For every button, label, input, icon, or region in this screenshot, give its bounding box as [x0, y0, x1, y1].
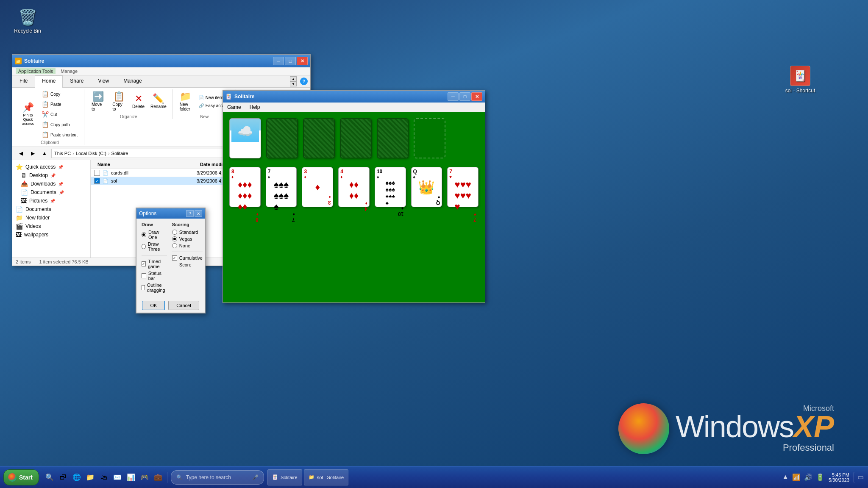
start-button[interactable]: Start: [3, 469, 39, 485]
maximize-button[interactable]: □: [285, 57, 296, 65]
sidebar-item-downloads[interactable]: 📥 Downloads 📌: [12, 180, 90, 188]
face-down-card-2[interactable]: [303, 118, 335, 158]
standard-radio[interactable]: [172, 230, 177, 235]
taskbar-network-icon[interactable]: 📶: [792, 473, 801, 481]
quick-icon-mail[interactable]: ✉️: [112, 472, 123, 483]
quick-icon-edge[interactable]: 🌐: [71, 472, 82, 483]
copy-button[interactable]: 📋 Copy: [39, 89, 81, 99]
draw-one-radio[interactable]: [142, 232, 146, 237]
move-to-button[interactable]: ➡️ Move to: [89, 91, 108, 113]
outline-dragging-option[interactable]: Outline dragging: [142, 283, 167, 293]
cumulative-option[interactable]: ✓ Cumulative: [172, 255, 203, 261]
paste-shortcut-button[interactable]: 📋 Paste shortcut: [39, 130, 81, 139]
taskbar-battery-icon[interactable]: 🔋: [816, 473, 824, 481]
solitaire-menu-help[interactable]: Help: [248, 103, 262, 111]
cancel-button[interactable]: Cancel: [168, 301, 199, 310]
timed-game-option[interactable]: ✓ Timed game: [142, 259, 167, 269]
crumb-c[interactable]: Local Disk (C:): [76, 151, 106, 156]
recycle-bin-icon[interactable]: 🗑️ Recycle Bin: [13, 8, 42, 34]
paste-button[interactable]: 📋 Paste: [39, 100, 81, 109]
rename-button[interactable]: ✏️ Rename: [148, 93, 168, 110]
draw-three-option[interactable]: Draw Three: [142, 241, 167, 252]
close-button[interactable]: ✕: [297, 57, 308, 65]
up-button[interactable]: ▲: [39, 149, 50, 158]
new-folder-button[interactable]: 📁 New folder: [177, 91, 194, 113]
address-field[interactable]: This PC › Local Disk (C:) › Solitaire: [51, 149, 249, 158]
solitaire-close-button[interactable]: ✕: [471, 92, 482, 101]
sol-shortcut-icon[interactable]: 🃏 sol - Shortcut: [783, 66, 817, 94]
quick-icon-search[interactable]: 🔍: [44, 472, 55, 483]
status-bar-option[interactable]: Status bar: [142, 271, 167, 281]
status-bar-checkbox[interactable]: [142, 273, 146, 278]
empty-slot-1[interactable]: [414, 118, 445, 158]
solitaire-maximize-button[interactable]: □: [459, 92, 470, 101]
ribbon-scroll-up[interactable]: ▲: [290, 76, 297, 81]
card-8-diamonds[interactable]: 8♦ ♦♦♦♦♦♦♦♦ 8♦: [229, 167, 261, 207]
card-q-spades[interactable]: Q♠ 👑 Q♠: [411, 167, 442, 207]
cut-button[interactable]: ✂️ Cut: [39, 110, 81, 119]
draw-pile[interactable]: ☁️: [229, 118, 261, 158]
file-checkbox-cards[interactable]: [94, 170, 100, 176]
quick-icon-extra3[interactable]: 💼: [153, 472, 164, 483]
none-option[interactable]: None: [172, 243, 203, 248]
quick-icon-extra1[interactable]: 📊: [125, 472, 136, 483]
show-desktop-button[interactable]: ▭: [854, 472, 865, 483]
options-help-button[interactable]: ?: [186, 210, 194, 217]
ok-button[interactable]: OK: [142, 301, 165, 310]
card-10-spades[interactable]: 10♠ ♠♠♠♠♠♠♠♠♠♠ 10♠: [375, 167, 406, 207]
copy-to-button[interactable]: 📋 Copy to: [109, 91, 128, 113]
sidebar-item-pictures[interactable]: 🖼 Pictures 📌: [12, 197, 90, 205]
taskbar-sound-icon[interactable]: 🔊: [804, 473, 812, 481]
quick-icon-extra2[interactable]: 🎮: [139, 472, 150, 483]
copy-path-button[interactable]: 📋 Copy path: [39, 120, 81, 129]
card-4-diamonds[interactable]: 4♦ ♦♦♦♦ 4♦: [338, 167, 370, 207]
taskbar-search[interactable]: 🔍 Type here to search 🎤: [171, 470, 264, 485]
standard-option[interactable]: Standard: [172, 230, 203, 235]
face-down-card-1[interactable]: [266, 118, 298, 158]
taskbar-task-sol[interactable]: 📁 sol - Solitaire: [304, 469, 349, 485]
sidebar-item-desktop[interactable]: 🖥 Desktop 📌: [12, 171, 90, 180]
solitaire-menu-game[interactable]: Game: [225, 103, 243, 111]
face-down-card-4[interactable]: [377, 118, 409, 158]
vegas-radio[interactable]: [172, 236, 177, 241]
sidebar-item-videos[interactable]: 🎬 Videos: [12, 222, 90, 230]
draw-three-radio[interactable]: [142, 244, 146, 249]
options-close-button[interactable]: ✕: [195, 210, 202, 217]
ribbon-scroll-down[interactable]: ▼: [290, 81, 297, 86]
mic-icon[interactable]: 🎤: [252, 474, 259, 480]
minimize-button[interactable]: ─: [273, 57, 284, 65]
quick-icon-task-view[interactable]: 🗗: [58, 472, 69, 483]
back-button[interactable]: ◀: [16, 149, 26, 158]
help-icon[interactable]: ?: [300, 78, 308, 85]
forward-button[interactable]: ▶: [28, 149, 38, 158]
delete-button[interactable]: ✕ Delete: [130, 93, 147, 110]
sidebar-item-wallpapers[interactable]: 🖼 wallpapers: [12, 230, 90, 239]
face-down-card-3[interactable]: [340, 118, 372, 158]
tab-home[interactable]: Home: [35, 75, 63, 88]
vegas-option[interactable]: Vegas: [172, 236, 203, 241]
crumb-solitaire[interactable]: Solitaire: [111, 151, 128, 156]
timed-game-checkbox[interactable]: ✓: [142, 261, 146, 266]
sidebar-item-quick-access[interactable]: ⭐ Quick access 📌: [12, 163, 90, 171]
card-7-hearts[interactable]: 7♥ ♥♥♥♥♥♥♥ 7♥: [447, 167, 479, 207]
pin-to-quick-button[interactable]: 📌 Pin to Quickaccess: [19, 102, 37, 127]
none-radio[interactable]: [172, 243, 177, 248]
taskbar-task-solitaire[interactable]: 🃏 Solitaire: [267, 469, 302, 485]
sidebar-item-documents2[interactable]: 📄 Documents: [12, 205, 90, 214]
tab-manage[interactable]: Manage: [116, 75, 149, 87]
sidebar-item-documents[interactable]: 📄 Documents 📌: [12, 188, 90, 197]
quick-icon-explorer[interactable]: 📁: [85, 472, 96, 483]
draw-one-option[interactable]: Draw One: [142, 230, 167, 240]
cumulative-checkbox[interactable]: ✓: [172, 255, 177, 261]
card-7-spades[interactable]: 7♠ ♠♠♠♠♠♠♠ 7♠: [266, 167, 297, 207]
card-3-diamonds[interactable]: 3♦ ♦ 3♦: [302, 167, 333, 207]
file-checkbox-sol[interactable]: ✓: [94, 178, 100, 184]
sidebar-item-new-folder[interactable]: 📁 New folder: [12, 214, 90, 222]
crumb-thispc[interactable]: This PC: [54, 151, 71, 156]
tab-share[interactable]: Share: [63, 75, 91, 87]
taskbar-clock[interactable]: 5:45 PM 5/30/2023: [829, 472, 849, 482]
quick-icon-store[interactable]: 🛍: [98, 472, 109, 483]
tab-file[interactable]: File: [12, 75, 35, 87]
outline-dragging-checkbox[interactable]: [142, 285, 145, 290]
tab-view[interactable]: View: [91, 75, 116, 87]
